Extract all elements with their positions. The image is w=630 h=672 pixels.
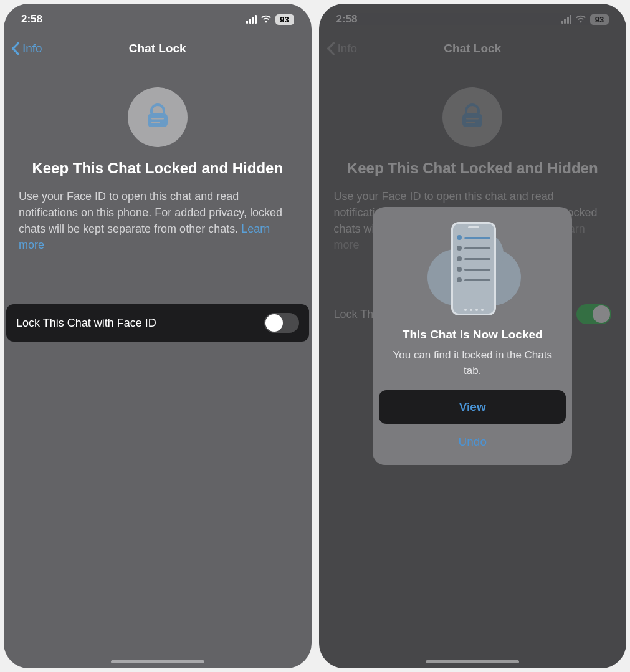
phone-screen-right: 2:58 93 Info Chat Lock Keep This Chat Lo…	[319, 4, 627, 668]
dialog-message: You can find it locked in the Chats tab.	[379, 348, 566, 378]
status-time: 2:58	[21, 13, 42, 26]
dialog-overlay: This Chat Is Now Locked You can find it …	[319, 4, 627, 668]
page-title: Chat Lock	[129, 42, 186, 55]
confirmation-dialog: This Chat Is Now Locked You can find it …	[373, 207, 572, 464]
lock-toggle-row: Lock This Chat with Face ID	[6, 304, 309, 342]
cellular-signal-icon	[246, 15, 257, 24]
status-bar: 2:58 93	[4, 4, 312, 35]
dialog-title: This Chat Is Now Locked	[379, 328, 566, 342]
nav-header: Info Chat Lock	[4, 35, 312, 62]
description: Use your Face ID to open this chat and r…	[19, 188, 297, 253]
svg-rect-2	[151, 122, 160, 123]
lock-toggle-label: Lock This Chat with Face ID	[16, 317, 156, 330]
home-indicator[interactable]	[111, 660, 204, 663]
back-label: Info	[22, 42, 42, 55]
chevron-left-icon	[11, 42, 20, 55]
battery-level-badge: 93	[275, 14, 294, 25]
home-indicator[interactable]	[426, 660, 519, 663]
wifi-icon	[260, 15, 272, 24]
svg-rect-0	[148, 113, 168, 127]
status-indicators: 93	[246, 14, 294, 25]
svg-rect-1	[151, 118, 164, 120]
back-button[interactable]: Info	[11, 42, 42, 55]
lock-chat-icon	[128, 87, 188, 147]
lock-toggle[interactable]	[264, 313, 299, 333]
undo-button[interactable]: Undo	[379, 428, 566, 456]
locked-chat-illustration	[422, 219, 522, 319]
view-button[interactable]: View	[379, 390, 566, 424]
content-area: Keep This Chat Locked and Hidden Use you…	[4, 62, 312, 668]
heading: Keep This Chat Locked and Hidden	[19, 160, 297, 177]
phone-screen-left: 2:58 93 Info Chat Lock Keep This Chat Lo…	[4, 4, 312, 668]
